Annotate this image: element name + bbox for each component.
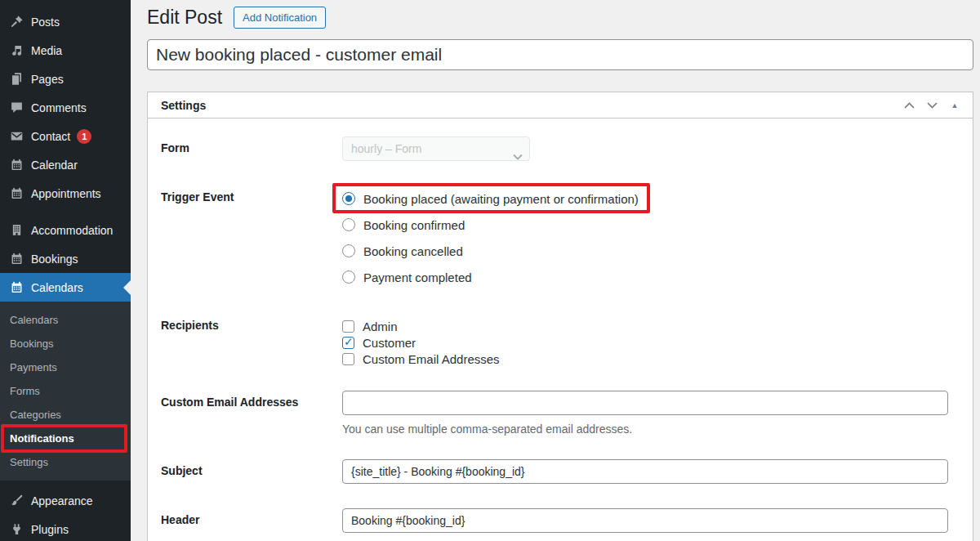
form-row-form: Form hourly – Form xyxy=(161,136,960,161)
unread-count-badge: 1 xyxy=(77,129,91,144)
header-label: Header xyxy=(161,508,342,533)
page-header: Edit Post Add Notification xyxy=(147,3,973,31)
post-title-input[interactable] xyxy=(147,39,973,70)
form-label: Form xyxy=(161,136,342,161)
sidebar-item-calendars[interactable]: Calendars xyxy=(0,273,131,302)
add-notification-button[interactable]: Add Notification xyxy=(234,7,326,29)
recipients-label: Recipients xyxy=(161,318,342,367)
sidebar-item-label: Pages xyxy=(31,73,64,86)
calendar-icon xyxy=(8,157,24,173)
checkbox-icon[interactable] xyxy=(342,320,354,333)
sidebar-item-accommodation[interactable]: Accommodation xyxy=(0,216,131,244)
sidebar-item-label: Appearance xyxy=(31,494,93,507)
radio-booking-confirmed[interactable]: Booking confirmed xyxy=(342,212,960,238)
building-icon xyxy=(8,222,24,239)
submenu-item-notifications[interactable]: Notifications xyxy=(0,427,131,450)
sidebar-item-label: Media xyxy=(31,44,62,57)
sidebar-item-label: Contact xyxy=(31,130,70,143)
radio-booking-placed[interactable]: Booking placed (awaiting payment or conf… xyxy=(342,186,639,212)
sidebar-item-label: Bookings xyxy=(31,253,78,266)
chevron-down-icon xyxy=(927,102,938,109)
sidebar-item-label: Comments xyxy=(31,101,87,114)
settings-metabox-body: Form hourly – Form Tr xyxy=(148,118,973,541)
submenu-item-bookings[interactable]: Bookings xyxy=(0,332,131,355)
sidebar-item-label: Posts xyxy=(31,16,60,29)
checkbox-custom-email-addresses[interactable]: Custom Email Addresses xyxy=(342,351,960,367)
admin-sidebar: Posts Media Pages Comments xyxy=(0,0,131,541)
sidebar-item-label: Accommodation xyxy=(31,224,113,237)
form-row-subject: Subject xyxy=(161,459,960,484)
sidebar-item-posts[interactable]: Posts xyxy=(0,7,131,36)
plug-icon xyxy=(8,521,24,538)
custom-email-hint: You can use multiple comma-separated ema… xyxy=(342,423,960,436)
calendars-submenu: Calendars Bookings Payments Forms Catego… xyxy=(0,302,131,481)
submenu-item-forms[interactable]: Forms xyxy=(0,379,131,403)
checkbox-admin[interactable]: Admin xyxy=(342,318,960,334)
sidebar-item-plugins[interactable]: Plugins xyxy=(0,515,131,541)
toggle-panel-button[interactable]: ▲ xyxy=(943,94,966,117)
envelope-icon xyxy=(8,128,24,145)
form-row-trigger-event: Trigger Event Booking placed (awaiting p… xyxy=(161,186,960,290)
sidebar-item-comments[interactable]: Comments xyxy=(0,93,131,122)
sidebar-item-appearance[interactable]: Appearance xyxy=(0,486,131,515)
metabox-title: Settings xyxy=(161,99,206,112)
submenu-item-settings[interactable]: Settings xyxy=(0,450,131,474)
submenu-item-categories[interactable]: Categories xyxy=(0,403,131,427)
metabox-handle-actions: ▲ xyxy=(898,94,966,117)
radio-booking-cancelled[interactable]: Booking cancelled xyxy=(342,238,960,264)
form-row-custom-email: Custom Email Addresses You can use multi… xyxy=(161,391,960,436)
sidebar-item-bookings[interactable]: Bookings xyxy=(0,244,131,273)
header-input[interactable] xyxy=(342,508,948,533)
sidebar-item-appointments[interactable]: Appointments xyxy=(0,179,131,208)
subject-input[interactable] xyxy=(342,459,948,484)
admin-menu-bottom: Appearance Plugins xyxy=(0,486,131,541)
main-content: Edit Post Add Notification Settings ▲ xyxy=(131,0,980,541)
calendar-icon xyxy=(8,251,24,267)
comment-icon xyxy=(8,100,24,116)
sidebar-item-label: Appointments xyxy=(31,187,101,200)
subject-label: Subject xyxy=(161,459,342,484)
settings-metabox-header: Settings ▲ xyxy=(148,92,973,118)
chevron-up-icon xyxy=(904,102,915,109)
sidebar-item-media[interactable]: Media xyxy=(0,36,131,65)
sidebar-item-label: Plugins xyxy=(31,523,69,536)
radio-icon[interactable] xyxy=(342,192,355,205)
admin-menu: Posts Media Pages Comments xyxy=(0,0,131,302)
submenu-item-payments[interactable]: Payments xyxy=(0,355,131,379)
checkbox-icon[interactable] xyxy=(342,337,354,349)
custom-email-label: Custom Email Addresses xyxy=(161,391,342,436)
checkbox-customer[interactable]: Customer xyxy=(342,334,960,351)
triangle-up-icon: ▲ xyxy=(951,101,959,110)
calendar-icon xyxy=(8,186,24,202)
radio-icon[interactable] xyxy=(342,244,355,257)
move-up-button[interactable] xyxy=(898,94,920,117)
brush-icon xyxy=(8,493,24,509)
radio-icon[interactable] xyxy=(342,270,355,284)
wordpress-admin-page: Posts Media Pages Comments xyxy=(0,0,980,541)
form-select: hourly – Form xyxy=(342,136,530,161)
submenu-item-calendars[interactable]: Calendars xyxy=(0,308,131,332)
custom-email-input[interactable] xyxy=(342,391,948,415)
sidebar-item-pages[interactable]: Pages xyxy=(0,65,131,93)
move-down-button[interactable] xyxy=(920,94,943,117)
pages-icon xyxy=(8,71,24,87)
radio-payment-completed[interactable]: Payment completed xyxy=(342,264,960,290)
calendar-icon xyxy=(8,279,24,296)
page-title: Edit Post xyxy=(147,5,222,29)
trigger-event-label: Trigger Event xyxy=(161,186,342,290)
pin-icon xyxy=(8,14,24,30)
media-icon xyxy=(8,42,24,59)
checkbox-icon[interactable] xyxy=(342,353,354,365)
settings-metabox: Settings ▲ Form xyxy=(147,92,973,541)
sidebar-item-contact[interactable]: Contact 1 xyxy=(0,122,131,150)
sidebar-item-label: Calendars xyxy=(31,281,83,294)
form-row-header: Header xyxy=(161,508,960,533)
form-select-wrap: hourly – Form xyxy=(342,141,530,155)
radio-icon[interactable] xyxy=(342,218,355,231)
form-row-recipients: Recipients Admin Customer Custom Emai xyxy=(161,318,960,367)
sidebar-item-label: Calendar xyxy=(31,159,78,172)
sidebar-item-calendar[interactable]: Calendar xyxy=(0,150,131,179)
